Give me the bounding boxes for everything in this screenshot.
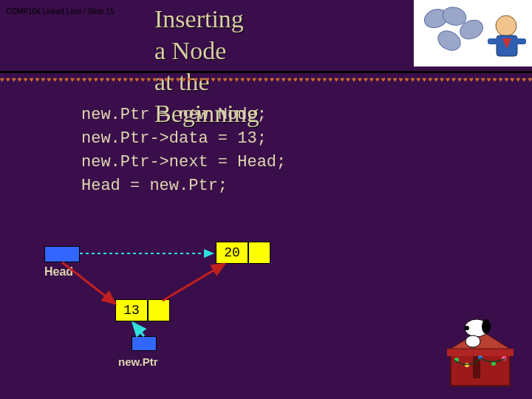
- hearts-divider: ♥♥♥♥♥♥♥♥♥♥♥♥♥♥♥♥♥♥♥♥♥♥♥♥♥♥♥♥♥♥♥♥♥♥♥♥♥♥♥♥…: [0, 75, 532, 83]
- slide-reference: COMP104 Linked Lists / Slide 15: [6, 7, 115, 16]
- svg-point-24: [466, 335, 480, 347]
- svg-rect-7: [488, 38, 498, 44]
- code-line: new.Ptr = new Node;: [81, 103, 286, 127]
- svg-rect-8: [516, 38, 526, 44]
- snoopy-clipart: [436, 312, 525, 393]
- svg-point-23: [465, 326, 469, 330]
- code-line: new.Ptr->data = 13;: [81, 127, 286, 151]
- title-underline: [0, 71, 532, 73]
- code-block: new.Ptr = new Node; new.Ptr->data = 13; …: [81, 103, 286, 198]
- code-line: new.Ptr->next = Head;: [81, 151, 286, 174]
- code-line: Head = new.Ptr;: [81, 174, 286, 198]
- svg-point-5: [496, 16, 516, 36]
- svg-line-12: [133, 323, 144, 336]
- diagram-arrows: [44, 240, 325, 381]
- svg-line-11: [163, 264, 225, 301]
- svg-point-22: [482, 319, 491, 334]
- slide-reference-text: COMP104 Linked Lists / Slide 15: [6, 7, 115, 16]
- svg-rect-14: [447, 349, 514, 356]
- svg-line-10: [62, 262, 115, 304]
- linked-list-diagram: Head 20 13 new.Ptr: [44, 240, 325, 381]
- corner-clipart: [414, 0, 532, 66]
